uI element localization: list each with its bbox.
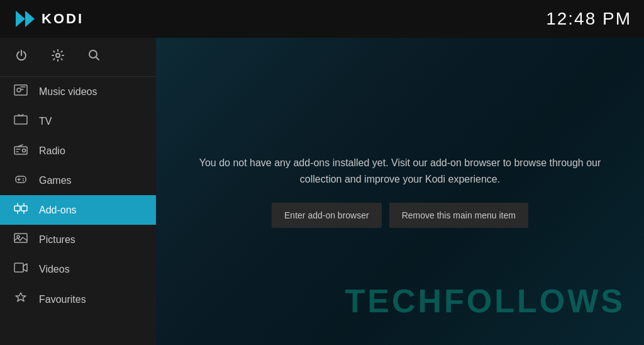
svg-rect-6 (14, 116, 27, 124)
power-button[interactable] (13, 47, 30, 67)
main-layout: Music videos TV Radio Games (0, 38, 644, 345)
svg-point-2 (56, 54, 60, 57)
sidebar-item-add-ons[interactable]: Add-ons (0, 195, 156, 225)
favourites-label: Favourites (39, 294, 86, 305)
add-ons-label: Add-ons (39, 205, 77, 216)
content-area: You do not have any add-ons installed ye… (156, 38, 644, 345)
sidebar: Music videos TV Radio Games (0, 38, 156, 345)
tv-icon (13, 114, 29, 128)
svg-point-8 (23, 149, 26, 152)
pictures-icon (13, 232, 29, 247)
content-inner: You do not have any add-ons installed ye… (192, 155, 608, 227)
music-videos-label: Music videos (39, 86, 97, 98)
svg-marker-0 (16, 11, 25, 27)
pictures-label: Pictures (39, 234, 75, 246)
sidebar-icon-bar (0, 38, 156, 77)
sidebar-item-music-videos[interactable]: Music videos (0, 77, 156, 106)
svg-point-10 (23, 178, 24, 179)
svg-marker-1 (25, 11, 35, 27)
svg-point-5 (17, 88, 21, 92)
svg-rect-14 (14, 234, 27, 242)
settings-button[interactable] (49, 47, 67, 67)
top-bar: KODI 12:48 PM (0, 0, 644, 38)
search-button[interactable] (86, 47, 103, 67)
svg-rect-16 (14, 263, 23, 272)
sidebar-item-tv[interactable]: TV (0, 106, 156, 136)
games-icon (13, 173, 29, 188)
sidebar-item-games[interactable]: Games (0, 166, 156, 195)
games-label: Games (39, 175, 72, 186)
sidebar-item-videos[interactable]: Videos (0, 254, 156, 284)
kodi-logo-icon (13, 8, 35, 30)
sidebar-item-pictures[interactable]: Pictures (0, 225, 156, 254)
svg-rect-12 (14, 206, 20, 211)
radio-label: Radio (39, 145, 65, 157)
music-videos-icon (13, 84, 29, 99)
content-message: You do not have any add-ons installed ye… (192, 155, 608, 187)
watermark-text: TECHFOLLOWS (345, 282, 625, 320)
sidebar-nav: Music videos TV Radio Games (0, 77, 156, 345)
sidebar-item-radio[interactable]: Radio (0, 136, 156, 166)
remove-menu-item-button[interactable]: Remove this main menu item (389, 203, 528, 228)
add-ons-icon (13, 203, 29, 217)
radio-icon (13, 144, 29, 158)
videos-label: Videos (39, 264, 70, 275)
svg-point-3 (89, 50, 97, 58)
favourites-icon (13, 291, 29, 307)
svg-point-11 (23, 180, 24, 181)
content-buttons: Enter add-on browser Remove this main me… (272, 203, 528, 228)
app-title: KODI (42, 11, 84, 27)
tv-label: TV (39, 116, 52, 127)
svg-rect-13 (21, 206, 27, 211)
sidebar-item-favourites[interactable]: Favourites (0, 284, 156, 315)
enter-browser-button[interactable]: Enter add-on browser (272, 203, 382, 228)
logo-area: KODI (13, 8, 84, 30)
time-display: 12:48 PM (546, 9, 631, 29)
videos-icon (13, 262, 29, 276)
